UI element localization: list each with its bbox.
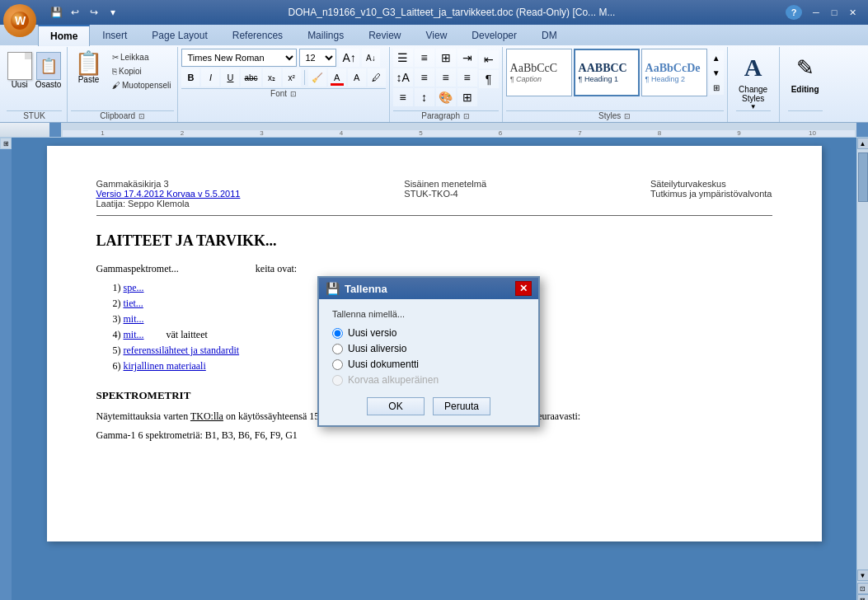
stuk-group: Uusi 📋 Osasto STUK <box>2 47 68 122</box>
header-tutkimus: Tutkimus ja ympäristövalvonta <box>650 189 772 199</box>
section-button[interactable]: 📋 Osasto <box>35 52 62 89</box>
header-col3: Säteilyturvakeskus Tutkimus ja ympäristö… <box>650 179 772 209</box>
radio-new-version[interactable] <box>332 328 343 339</box>
align-center-btn[interactable]: ≡ <box>436 68 456 87</box>
tab-mailings[interactable]: Mailings <box>295 25 356 45</box>
align-left-btn[interactable]: ≡ <box>415 68 434 87</box>
styles-group: AaBbCcC ¶ Caption AABBCC ¶ Heading 1 AaB… <box>503 47 728 122</box>
styles-label: Styles ⊡ <box>506 110 724 122</box>
align-justify-btn[interactable]: ≡ <box>393 88 413 106</box>
undo-quick-btn[interactable]: ↩ <box>67 5 83 20</box>
scroll-prev-page[interactable]: ⊠ <box>857 594 869 600</box>
line-spacing-btn[interactable]: ↕ <box>415 88 434 106</box>
help-button[interactable]: ? <box>786 5 802 20</box>
superscript-button[interactable]: x² <box>283 68 301 87</box>
highlight-button[interactable]: 🖊 <box>368 68 386 87</box>
bold-button[interactable]: B <box>181 68 199 87</box>
dialog-save-label: Tallenna nimellä... <box>332 309 525 319</box>
tab-view[interactable]: View <box>414 25 460 45</box>
outline-list-btn[interactable]: ⊞ <box>436 49 456 67</box>
dialog-close-button[interactable]: ✕ <box>515 281 532 296</box>
editing-group: ✎ Editing <box>780 47 831 122</box>
radio-new-doc[interactable] <box>332 359 343 370</box>
styles-expand-btn[interactable]: ⊞ <box>709 80 724 95</box>
tab-page-layout[interactable]: Page Layout <box>139 25 219 45</box>
change-styles-button[interactable]: A Change Styles ▼ <box>736 50 771 110</box>
shading-btn[interactable]: 🎨 <box>436 88 456 106</box>
tab-dm[interactable]: DM <box>529 25 570 45</box>
header-versio[interactable]: Versio 17.4.2012 Korvaa v 5.5.2011 <box>96 189 241 199</box>
strikethrough-button[interactable]: abc <box>241 68 260 87</box>
paste-button[interactable]: 📋 Paste <box>71 49 106 87</box>
title-bar: W 💾 ↩ ↪ ▾ DOHA_n19166_v10_G3_Laitteet_ja… <box>0 0 868 25</box>
tallenna-dialog[interactable]: 💾 Tallenna ✕ Tallenna nimellä... Uusi ve… <box>317 276 540 427</box>
sort-btn[interactable]: ↕A <box>393 68 413 87</box>
redo-quick-btn[interactable]: ↪ <box>86 5 102 20</box>
vertical-scrollbar: ▲ ▼ ⊡ ⊠ <box>856 138 868 600</box>
option-new-doc[interactable]: Uusi dokumentti <box>332 359 525 370</box>
styles-scroll-up[interactable]: ▲ <box>709 50 724 65</box>
copy-button[interactable]: ⎘ Kopioi <box>109 65 174 77</box>
scroll-down-btn[interactable]: ▼ <box>857 570 869 581</box>
scroll-next-page[interactable]: ⊡ <box>857 583 869 594</box>
option-new-version[interactable]: Uusi versio <box>332 327 525 339</box>
new-doc-button[interactable]: Uusi <box>7 52 32 89</box>
tab-developer[interactable]: Developer <box>459 25 529 45</box>
dialog-title-text: Tallenna <box>345 283 387 295</box>
office-orb[interactable]: W <box>3 4 36 37</box>
font-group: Times New Roman 12 A↑ A↓ B I U abc x₂ x²… <box>178 47 389 122</box>
clear-format-button[interactable]: 🧹 <box>308 68 326 87</box>
bullet-list-btn[interactable]: ☰ <box>393 49 413 67</box>
scroll-up-btn[interactable]: ▲ <box>857 138 869 149</box>
borders-btn[interactable]: ⊞ <box>457 88 477 106</box>
close-button[interactable]: ✕ <box>843 4 861 21</box>
heading2-style-box[interactable]: AaBbCcDe ¶ Heading 2 <box>641 49 707 96</box>
underline-button[interactable]: U <box>221 68 239 87</box>
minimize-button[interactable]: ─ <box>807 4 825 21</box>
more-quick-btn[interactable]: ▾ <box>105 5 121 20</box>
option-new-subversion[interactable]: Uusi aliversio <box>332 343 525 354</box>
tab-insert[interactable]: Insert <box>90 25 139 45</box>
header-gammakäsikirja: Gammakäsikirja 3 <box>96 179 241 189</box>
ruler: 1 2 3 4 5 6 7 8 9 10 <box>0 123 868 138</box>
clipboard-expand[interactable]: ⊡ <box>138 112 145 120</box>
radio-new-subversion[interactable] <box>332 344 343 354</box>
indent-increase-btn[interactable]: ⇥ <box>457 49 477 67</box>
font-label: Font ⊡ <box>181 88 385 100</box>
format-painter-button[interactable]: 🖌 Muotopenseli <box>109 79 174 91</box>
font-size-select[interactable]: 12 <box>299 49 336 67</box>
align-right-btn[interactable]: ≡ <box>457 68 477 87</box>
tab-review[interactable]: Review <box>356 25 413 45</box>
cut-button[interactable]: ✂ Leikkaa <box>109 51 174 63</box>
para-expand[interactable]: ⊡ <box>463 112 470 120</box>
corner-btn[interactable]: ⊞ <box>0 138 12 149</box>
bottom-line: Gamma-1 6 spektrometriä: B1, B3, B6, F6,… <box>96 429 772 442</box>
number-list-btn[interactable]: ≡ <box>415 49 434 67</box>
ok-button[interactable]: OK <box>367 397 425 415</box>
tab-references[interactable]: References <box>220 25 295 45</box>
subscript-button[interactable]: x₂ <box>263 68 281 87</box>
editing-button[interactable]: ✎ Editing <box>788 50 823 110</box>
indent-dec-btn[interactable]: ⇤ <box>479 50 499 68</box>
header-saateily: Säteilyturvakeskus <box>650 179 772 189</box>
cancel-button[interactable]: Peruuta <box>433 397 490 415</box>
decrease-font-btn[interactable]: A↓ <box>362 49 380 67</box>
caption-style-box[interactable]: AaBbCcC ¶ Caption <box>506 49 572 96</box>
scroll-thumb[interactable] <box>858 152 868 202</box>
styles-expand[interactable]: ⊡ <box>624 112 631 120</box>
text-color-button[interactable]: A <box>328 68 346 87</box>
doc-intro: Gammaspektromet... keita ovat: <box>96 263 772 275</box>
font-expand[interactable]: ⊡ <box>290 90 297 98</box>
font-color-button[interactable]: A <box>348 68 366 87</box>
option-replace-original: Korvaa alkuperäinen <box>332 374 525 386</box>
styles-scroll-down[interactable]: ▼ <box>709 65 724 80</box>
font-name-select[interactable]: Times New Roman <box>181 49 297 67</box>
save-quick-btn[interactable]: 💾 <box>48 5 64 20</box>
clipboard-label: Clipboard ⊡ <box>71 110 174 122</box>
tab-home[interactable]: Home <box>38 25 90 46</box>
heading1-style-box[interactable]: AABBCC ¶ Heading 1 <box>574 49 640 96</box>
pilcrow-btn[interactable]: ¶ <box>479 70 499 88</box>
increase-font-btn[interactable]: A↑ <box>339 49 359 67</box>
maximize-button[interactable]: □ <box>825 4 843 21</box>
italic-button[interactable]: I <box>201 68 219 87</box>
